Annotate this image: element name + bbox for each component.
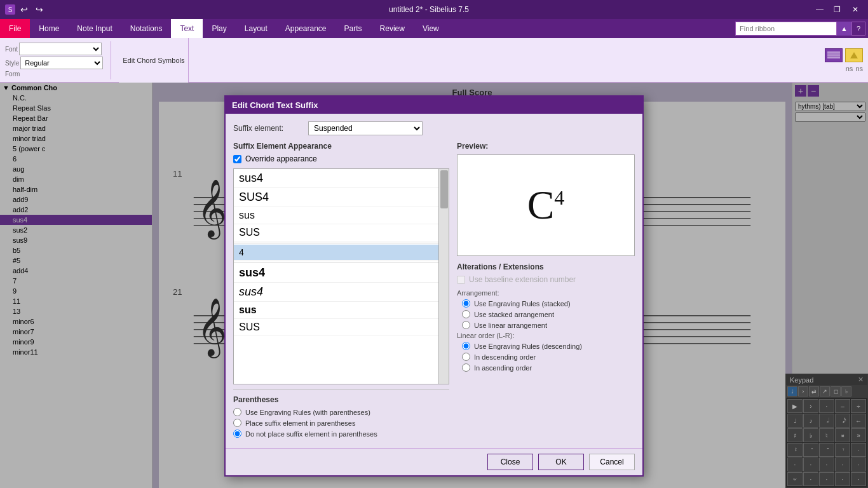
style-select[interactable]: Regular (20, 57, 103, 69)
find-ribbon-help-button[interactable]: ? (851, 22, 865, 36)
highlight-icon[interactable] (845, 48, 863, 62)
list-separator-2 (234, 262, 438, 262)
menu-item-view[interactable]: View (414, 19, 448, 38)
alterations-section: Alterations / Extensions Use baseline ex… (457, 262, 635, 372)
menu-item-note-input[interactable]: Note Input (68, 19, 121, 38)
arrange-engraving-row: Use Engraving Rules (stacked) (462, 299, 635, 308)
suffix-item-sus-upper[interactable]: SUS (234, 224, 438, 241)
window-title: untitled 2* - Sibelius 7.5 (389, 5, 469, 14)
main-area: ▼ Common Cho N.C. Repeat Slas Repeat Bar… (0, 83, 868, 488)
baseline-extension-row: Use baseline extension number (457, 275, 635, 284)
linear-order-label: Linear order (L-R): (457, 332, 635, 339)
suffix-element-select[interactable]: Suspended Minor Major Diminished Augment… (308, 121, 423, 135)
modal-footer: Close OK Cancel (226, 448, 642, 475)
menu-item-layout[interactable]: Layout (236, 19, 276, 38)
baseline-extension-label: Use baseline extension number (469, 275, 576, 284)
panel-label-1: ns (846, 65, 853, 72)
modal-title-bar: Edit Chord Text Suffix (226, 97, 642, 114)
title-bar: S ↩ ↪ untitled 2* - Sibelius 7.5 — ❐ ✕ (0, 0, 868, 19)
linear-descending-radio[interactable] (462, 353, 470, 361)
linear-descending-row: In descending order (462, 353, 635, 361)
alterations-title: Alterations / Extensions (457, 262, 635, 271)
arrange-stacked-row: Use stacked arrangement (462, 310, 635, 318)
arrangement-options: Use Engraving Rules (stacked) Use stacke… (462, 299, 635, 329)
parens-engraving-row: Use Engraving Rules (with parentheses) (233, 408, 449, 416)
arrange-engraving-radio[interactable] (462, 299, 470, 308)
linear-ascending-radio[interactable] (462, 363, 470, 372)
undo-button[interactable]: ↩ (18, 3, 31, 16)
parens-place-radio[interactable] (233, 419, 241, 427)
arrange-linear-row: Use linear arrangement (462, 321, 635, 329)
find-ribbon-input[interactable] (735, 22, 837, 36)
parens-engraving-radio[interactable] (233, 408, 241, 416)
maximize-button[interactable]: ❐ (830, 3, 845, 16)
window-controls: — ❐ ✕ (812, 3, 863, 16)
arrange-linear-radio[interactable] (462, 321, 470, 329)
style-label: Style (5, 60, 19, 67)
linear-engraving-radio[interactable] (462, 342, 470, 350)
suffix-appearance-title: Suffix Element Appearance (233, 142, 449, 151)
menu-item-text[interactable]: Text (171, 19, 203, 38)
linear-order-options: Use Engraving Rules (descending) In desc… (462, 342, 635, 372)
menu-item-notations[interactable]: Notations (121, 19, 172, 38)
arrange-stacked-radio[interactable] (462, 310, 470, 318)
modal-close-button[interactable]: Close (487, 454, 533, 470)
suffix-item-4[interactable]: 4 (234, 245, 438, 261)
suffix-item-sus-upper2[interactable]: SUS (234, 319, 438, 336)
suffix-item-sus4-bold[interactable]: sus4 (234, 264, 438, 283)
suffix-item-sus4-upper[interactable]: SUS4 (234, 188, 438, 207)
arrange-engraving-label: Use Engraving Rules (stacked) (474, 300, 571, 308)
modal-ok-button[interactable]: OK (538, 454, 584, 470)
parens-none-radio[interactable] (233, 430, 241, 438)
parens-place-label: Place suffix element in parentheses (245, 419, 355, 427)
list-separator (234, 243, 438, 243)
modal-cancel-button[interactable]: Cancel (589, 454, 635, 470)
minimize-button[interactable]: — (812, 3, 827, 16)
stave-icon[interactable] (825, 48, 843, 62)
menu-item-home[interactable]: Home (30, 19, 68, 38)
suffix-item-sus-bold[interactable]: sus (234, 302, 438, 319)
menu-item-file[interactable]: File (0, 19, 30, 38)
ribbon-toolbar: Font Style Regular Form Edit Chord Symbo… (0, 38, 868, 83)
list-scrollbar[interactable] (438, 169, 449, 384)
modal-body: Suffix element: Suspended Minor Major Di… (226, 114, 642, 448)
find-ribbon-up-button[interactable]: ▲ (837, 22, 851, 36)
parens-none-label: Do not place suffix element in parenthes… (245, 430, 377, 438)
font-select[interactable] (19, 43, 102, 55)
parens-engraving-label: Use Engraving Rules (with parentheses) (245, 409, 370, 416)
preview-label: Preview: (457, 142, 635, 151)
suffix-element-row: Suffix element: Suspended Minor Major Di… (233, 121, 635, 135)
arrange-linear-label: Use linear arrangement (474, 322, 547, 329)
font-label: Font (5, 46, 18, 53)
modal-left-column: Suffix Element Appearance Override appea… (233, 142, 449, 440)
ribbon: File Home Note Input Notations Text Play… (0, 19, 868, 83)
redo-button[interactable]: ↪ (33, 3, 46, 16)
suffix-item-sus4-italic[interactable]: sus4 (234, 283, 438, 302)
title-bar-left: S ↩ ↪ (5, 3, 46, 16)
toolbar-area: ↩ ↪ (18, 3, 46, 16)
parentheses-divider (233, 390, 449, 390)
menu-item-play[interactable]: Play (203, 19, 235, 38)
suffix-list-inner: sus4 SUS4 sus SUS 4 sus4 sus4 sus SUS (234, 169, 449, 336)
parentheses-title: Parentheses (233, 395, 449, 404)
font-group: Font Style Regular Form (5, 43, 103, 78)
preview-area: C4 (457, 154, 635, 256)
suffix-list: sus4 SUS4 sus SUS 4 sus4 sus4 sus SUS (233, 168, 449, 384)
suffix-item-sus4-normal[interactable]: sus4 (234, 169, 438, 188)
panel-label-2: ns (855, 65, 863, 72)
override-appearance-row: Override appearance (233, 154, 449, 163)
app-icon: S (5, 4, 15, 15)
suffix-element-label: Suffix element: (233, 124, 303, 133)
modal-title-text: Edit Chord Text Suffix (232, 100, 318, 110)
close-button[interactable]: ✕ (848, 3, 863, 16)
baseline-extension-checkbox[interactable] (457, 276, 465, 284)
find-ribbon-area: ▲ ? (735, 20, 865, 37)
override-appearance-checkbox[interactable] (233, 155, 241, 163)
menu-item-parts[interactable]: Parts (336, 19, 371, 38)
linear-descending-label: In descending order (474, 353, 536, 361)
menu-item-appearance[interactable]: Appearance (276, 19, 336, 38)
linear-engraving-label: Use Engraving Rules (descending) (474, 342, 582, 350)
menu-item-review[interactable]: Review (371, 19, 414, 38)
suffix-item-sus-normal[interactable]: sus (234, 207, 438, 224)
preview-note: C4 (527, 182, 565, 229)
